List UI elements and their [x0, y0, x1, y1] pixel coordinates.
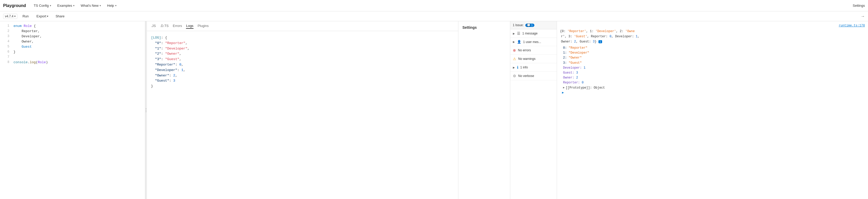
code-line-4: 4 Owner, [0, 39, 145, 44]
warning-icon: ⚠ [513, 57, 516, 61]
expand-arrow-info: ▶ [513, 66, 515, 69]
whats-new-menu[interactable]: What's New ▾ [78, 3, 103, 8]
issue-message[interactable]: ▶ ☰ 1 message [510, 29, 557, 38]
console-expanded-1: 1: "Developer" [560, 51, 865, 56]
console-summary-line1: {0: 'Reporter', 1: 'Developer', 2: 'Owne [560, 29, 865, 34]
run-button[interactable]: Run [20, 13, 32, 19]
issue-warnings[interactable]: ⚠ No warnings [510, 55, 557, 63]
tab-logs[interactable]: Logs [186, 23, 193, 29]
log-output: [LOG]: { "0": "Reporter", "1": "Develope… [151, 35, 454, 89]
export-chevron: ▾ [47, 15, 48, 18]
issue-warnings-label: No warnings [518, 57, 536, 61]
issue-user-label: 1 user mes... [523, 40, 541, 44]
main-content: 1 enum Role { 2 Reporter, 3 Developer, 4… [0, 21, 868, 199]
issues-panel: 1 Issue: 💬 1 ▶ ☰ 1 message ▶ 👤 1 user me… [510, 21, 557, 199]
expand-arrow-user: ▶ [513, 40, 515, 43]
code-line-3: 3 Developer, [0, 34, 145, 39]
issue-verbose-label: No verbose [518, 74, 534, 78]
issue-errors[interactable]: ⊗ No errors [510, 46, 557, 55]
chat-icon: 💬 [527, 24, 530, 27]
ts-config-menu[interactable]: TS Config ▾ [31, 3, 54, 8]
version-badge[interactable]: v4.7.4 ▾ [3, 14, 18, 19]
settings-title: Settings [463, 25, 477, 30]
console-expanded-guest: Guest: 3 [560, 70, 865, 75]
code-line-5: 5 Guest [0, 44, 145, 49]
console-prototype[interactable]: ▶ [[Prototype]]: Object [560, 86, 865, 91]
issue-message-label: 1 message [523, 32, 538, 35]
tab-plugins[interactable]: Plugins [198, 23, 209, 29]
console-summary-line2: r', 3: 'Guest', Reporter: 0, Developer: … [560, 34, 865, 39]
app-title: Playground [3, 3, 26, 8]
console-summary-line3: Owner: 2, Guest: 3} i [560, 39, 865, 44]
prototype-label: [[Prototype]]: Object [566, 86, 605, 91]
editor-panel: 1 enum Role { 2 Reporter, 3 Developer, 4… [0, 21, 145, 199]
output-tabs: .JS .D.TS Errors Logs Plugins [147, 21, 458, 31]
code-line-2: 2 Reporter, [0, 29, 145, 34]
console-panel: runtime.ts:178 {0: 'Reporter', 1: 'Devel… [557, 21, 868, 199]
code-editor[interactable]: 1 enum Role { 2 Reporter, 3 Developer, 4… [0, 21, 145, 199]
issues-list: ▶ ☰ 1 message ▶ 👤 1 user mes... ⊗ No err… [510, 29, 557, 199]
console-expanded-2: 2: "Owner" [560, 56, 865, 60]
settings-label[interactable]: Settings [853, 4, 865, 7]
tab-js[interactable]: .JS [151, 23, 156, 29]
help-menu[interactable]: Help ▾ [104, 3, 119, 8]
error-icon: ⊗ [513, 48, 516, 52]
issue-errors-label: No errors [518, 48, 531, 52]
help-chevron: ▾ [115, 4, 117, 7]
issues-badge: 💬 1 [525, 24, 534, 27]
issue-info-label: 1 info [520, 66, 528, 69]
message-icon: ☰ [517, 31, 520, 35]
issues-header: 1 Issue: 💬 1 [510, 21, 557, 29]
console-expanded-reporter: Reporter: 0 [560, 80, 865, 85]
tab-errors[interactable]: Errors [173, 23, 182, 29]
settings-panel: Settings [458, 21, 510, 199]
whats-new-chevron: ▾ [100, 4, 101, 7]
user-icon: 👤 [517, 40, 521, 44]
tab-dts[interactable]: .D.TS [160, 23, 168, 29]
issue-user-message[interactable]: ▶ 👤 1 user mes... [510, 38, 557, 46]
resize-handle[interactable] [145, 21, 147, 199]
code-line-6: 6 } [0, 49, 145, 55]
console-expanded-dev: Developer: 1 [560, 66, 865, 70]
console-expanded-0: 0: "Reporter" [560, 45, 865, 51]
expand-icon[interactable]: → [861, 14, 865, 19]
code-line-1: 1 enum Role { [0, 23, 145, 29]
share-button[interactable]: Share [53, 13, 67, 19]
examples-chevron: ▾ [73, 4, 74, 7]
examples-menu[interactable]: Examples ▾ [55, 3, 77, 8]
export-button[interactable]: Export ▾ [34, 13, 51, 19]
top-nav: Playground TS Config ▾ Examples ▾ What's… [0, 0, 868, 11]
prototype-expand-arrow: ▶ [563, 86, 565, 90]
issue-verbose[interactable]: ⚙ No verbose [510, 72, 557, 80]
runtime-link[interactable]: runtime.ts:178 [839, 23, 865, 28]
console-body: runtime.ts:178 {0: 'Reporter', 1: 'Devel… [557, 21, 868, 199]
verbose-icon: ⚙ [513, 74, 516, 78]
issues-header-label: 1 Issue: [513, 23, 524, 27]
info-icon: ℹ [517, 65, 518, 69]
expand-arrow-message: ▶ [513, 32, 515, 35]
code-line-7: 7 [0, 55, 145, 60]
ts-config-chevron: ▾ [50, 4, 51, 7]
console-expanded-3: 3: "Guest" [560, 61, 865, 66]
version-chevron: ▾ [14, 15, 16, 18]
issue-info[interactable]: ▶ ℹ 1 info [510, 63, 557, 72]
output-panel: .JS .D.TS Errors Logs Plugins [LOG]: { "… [147, 21, 458, 199]
console-expanded-owner: Owner: 2 [560, 75, 865, 80]
code-line-8: 8 console.log(Role) [0, 60, 145, 65]
console-bottom-arrow[interactable]: ▶ [560, 91, 865, 95]
second-row: v4.7.4 ▾ Run Export ▾ Share → [0, 11, 868, 21]
output-body: [LOG]: { "0": "Reporter", "1": "Develope… [147, 31, 458, 199]
